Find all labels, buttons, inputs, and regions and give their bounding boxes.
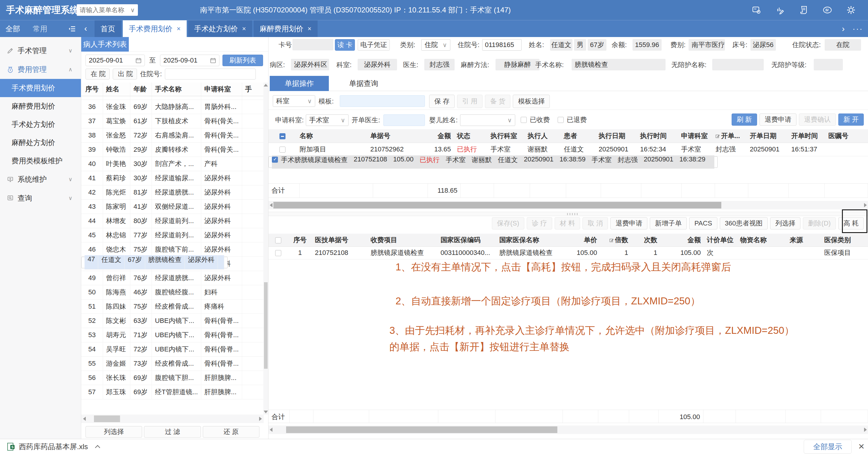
sign-chart-icon[interactable] (775, 5, 785, 15)
button-过滤[interactable]: 过 滤 (144, 426, 200, 437)
table-row[interactable]: 1210752108膀胱镜尿道镜检查003110000340...膀胱镜尿道镜检… (269, 247, 868, 259)
patient-row[interactable]: 50陈海燕46岁腹腔镜经腹...妇科 (81, 285, 264, 300)
menu-group-0[interactable]: 全部 (5, 24, 20, 34)
button-高耗[interactable]: 高 耗 (838, 217, 864, 229)
patient-row[interactable]: 40叶美艳30岁剖宫产术，...产科 (81, 157, 264, 171)
button-360患者视图[interactable]: 360患者视图 (720, 217, 768, 229)
button-删除(D)[interactable]: 删除(D) (803, 217, 836, 229)
column-header[interactable]: 收费项目 (368, 234, 438, 247)
scroll-left-icon[interactable] (270, 203, 273, 207)
button-新开[interactable]: 新 开 (838, 113, 864, 125)
column-header[interactable]: 开单时间 (788, 129, 825, 143)
detail-horizontal-scrollbar[interactable] (269, 425, 868, 434)
sidebar-group-1[interactable]: 费用管理∧ (0, 60, 81, 79)
sidebar-group-2[interactable]: 系统维护∨ (0, 170, 81, 189)
sidebar-group-3[interactable]: 查询∨ (0, 189, 81, 207)
menu-group-1[interactable]: 常用 (33, 24, 47, 34)
column-header[interactable]: 申请科室 (678, 129, 713, 143)
tabs-scroll-left-icon[interactable]: ‹ (84, 20, 87, 37)
tab-单据操作[interactable]: 单据操作 (270, 76, 329, 91)
scroll-right-icon[interactable] (864, 203, 867, 207)
discharged-button[interactable]: 出 院 (113, 68, 137, 80)
menu-search[interactable]: ∨ (77, 4, 138, 16)
admission-no-input[interactable] (482, 39, 522, 51)
column-header[interactable]: 年龄 (130, 83, 152, 96)
patient-row[interactable]: 56张长珠69岁腹腔镜下胆...肝胆胰脾... (81, 371, 264, 385)
patient-list-tab[interactable]: 病人手术列表 (81, 37, 129, 52)
column-header[interactable]: 计价单位 (704, 234, 737, 247)
scroll-left-icon[interactable] (83, 417, 86, 421)
column-header[interactable]: 序号 (288, 234, 312, 247)
table-row[interactable]: 手术膀胱镜尿道镜检查210752108105.00已执行手术室谢丽默任道文202… (269, 156, 718, 168)
column-header[interactable]: 国家医保名称 (496, 234, 565, 247)
column-header[interactable]: 姓名 (103, 83, 130, 96)
scrollbar-thumb[interactable] (273, 202, 721, 208)
date-from-input[interactable]: 2025-09-01 (86, 55, 145, 66)
button-退费申请[interactable]: 退费申请 (760, 113, 797, 125)
order-doctor-input[interactable] (383, 114, 425, 126)
chevron-up-icon[interactable] (95, 445, 100, 450)
button-诊疗[interactable]: 诊 疗 (527, 217, 552, 229)
column-header[interactable]: 执行日期 (595, 129, 637, 143)
patient-row[interactable]: 36张金珠69岁大隐静脉高...胃肠外科... (81, 100, 264, 114)
patient-vertical-scrollbar[interactable] (264, 83, 268, 415)
date-to-input[interactable]: 2025-09-01 (160, 55, 219, 66)
escort-level-field[interactable] (814, 59, 843, 70)
patient-row[interactable]: 51陈四妹75岁经皮椎骨成...疼痛科 (81, 300, 264, 314)
button-新增子单[interactable]: 新增子单 (650, 217, 687, 229)
tabs-more-icon[interactable]: ··· (852, 24, 863, 34)
tab-单据查询[interactable]: 单据查询 (339, 76, 388, 91)
baby-name-select[interactable]: ∨ (460, 114, 515, 126)
column-header[interactable]: 开单... (713, 129, 747, 143)
button-引用[interactable]: 引 用 (457, 95, 483, 108)
button-退费申请[interactable]: 退费申请 (610, 217, 647, 229)
patient-row[interactable]: 42陈光炬81岁经尿道膀胱...泌尿外科 (81, 185, 264, 199)
button-列选择[interactable]: 列选择 (770, 217, 800, 229)
button-保存(S)[interactable]: 保存(S) (492, 217, 524, 229)
patient-row[interactable]: 54吴孚旺72岁UBE内镜下...骨科(骨脊... (81, 342, 264, 357)
sidebar-item-手术处方划价[interactable]: 手术处方划价 (0, 115, 81, 134)
sidebar-item-手术费用划价[interactable]: 手术费用划价 (0, 79, 81, 97)
column-header[interactable]: 医技单据号 (312, 234, 368, 247)
sidebar-item-费用类模板维护[interactable]: 费用类模板维护 (0, 152, 81, 170)
patient-row[interactable]: 38张金怒72岁右肩感染肩...骨科(骨关... (81, 128, 264, 142)
button-材料[interactable]: 材 料 (555, 217, 580, 229)
column-header[interactable]: 患者 (561, 129, 595, 143)
category-select[interactable]: 住院∨ (421, 39, 451, 51)
scroll-left-icon[interactable] (270, 428, 273, 432)
column-header[interactable]: 单价 (565, 234, 600, 247)
patient-row[interactable]: 46饶忠木75岁腹腔镜下前...泌尿外科 (81, 242, 264, 256)
button-退费确认[interactable]: 退费确认 (799, 113, 836, 125)
table-row[interactable]: 附加项目21075296213.65已执行手术室谢丽默任道文2025090116… (269, 143, 868, 156)
column-header[interactable]: 物资名称 (737, 234, 786, 247)
column-header[interactable]: 手术名称 (152, 83, 201, 96)
tabs-scroll-right-icon[interactable]: › (842, 24, 845, 34)
button-备货[interactable]: 备 货 (485, 95, 510, 108)
button-保存[interactable]: 保 存 (429, 95, 455, 108)
scroll-right-icon[interactable] (259, 417, 262, 421)
column-header[interactable]: 金额 (660, 234, 704, 247)
charged-checkbox-field[interactable]: 已收费 (521, 115, 550, 124)
column-header[interactable]: 来源 (786, 234, 821, 247)
doc-horizontal-scrollbar[interactable] (269, 201, 868, 209)
patient-row[interactable]: 44林增友80岁经尿道前列...泌尿外科 (81, 214, 264, 228)
escort-name-field[interactable] (712, 59, 764, 70)
select-all-checkbox[interactable] (269, 129, 297, 143)
read-card-button[interactable]: 读 卡 (335, 39, 355, 51)
sidebar-item-麻醉处方划价[interactable]: 麻醉处方划价 (0, 134, 81, 152)
column-header[interactable]: 申请科室 (201, 83, 242, 96)
scrollbar-thumb[interactable] (286, 426, 557, 433)
card-viewer-icon[interactable]: SI (752, 5, 761, 15)
patient-row[interactable]: 45林忠锦77岁经尿道前列...泌尿外科 (81, 228, 264, 242)
admission-no-filter-input[interactable] (165, 68, 256, 80)
column-header[interactable]: 医保类别 (821, 234, 868, 247)
card-no-field[interactable] (292, 39, 333, 50)
row-checkbox[interactable] (275, 250, 281, 256)
downloaded-file-chip[interactable]: S 西药库药品基本屏.xls (7, 439, 99, 454)
column-header[interactable]: 执行科室 (488, 129, 525, 143)
button-模板选择[interactable]: 模板选择 (513, 95, 550, 108)
window-tab[interactable]: 手术费用划价× (123, 20, 187, 37)
patient-row[interactable]: 55游金姬73岁经皮椎骨成...骨科(骨脊... (81, 357, 264, 371)
scroll-right-icon[interactable] (864, 428, 867, 432)
patient-row[interactable]: 57郑玉珠69岁经T管胆道镜...肝胆胰脾... (81, 385, 264, 399)
